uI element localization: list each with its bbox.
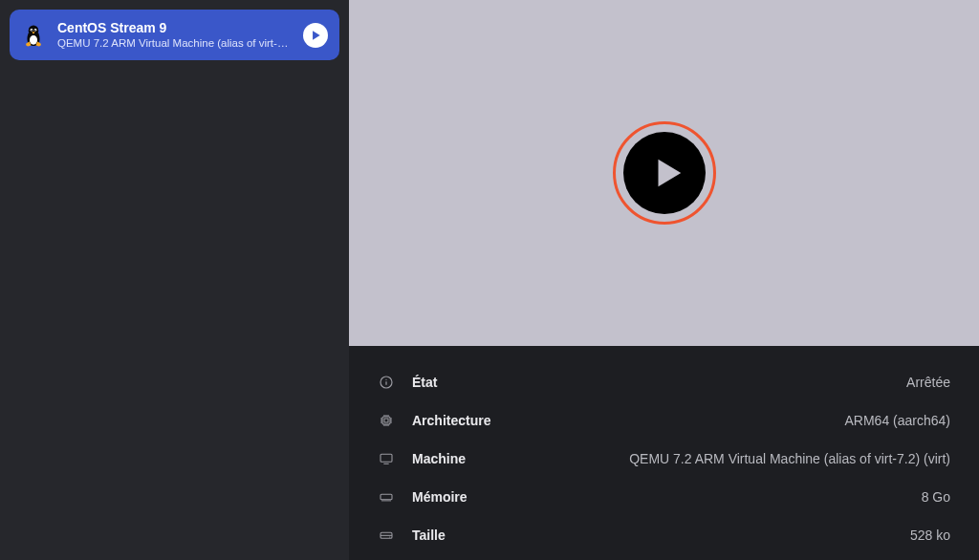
detail-row-size: Taille 528 ko <box>378 516 950 554</box>
start-vm-button[interactable] <box>613 121 716 225</box>
svg-point-1 <box>30 35 37 45</box>
vm-preview-area <box>349 0 979 346</box>
info-icon <box>378 374 395 391</box>
detail-row-status: État Arrêtée <box>378 363 950 401</box>
detail-label: Architecture <box>412 413 490 428</box>
svg-rect-10 <box>384 419 388 422</box>
detail-label: État <box>412 375 437 390</box>
detail-value: Arrêtée <box>906 375 950 390</box>
vm-play-button[interactable] <box>303 23 328 48</box>
svg-rect-23 <box>381 454 392 462</box>
detail-value: 8 Go <box>922 489 950 505</box>
detail-row-machine: Machine QEMU 7.2 ARM Virtual Machine (al… <box>378 440 950 478</box>
svg-rect-9 <box>382 417 390 424</box>
svg-rect-25 <box>381 494 392 499</box>
monitor-icon <box>378 450 395 467</box>
detail-value: 528 ko <box>910 528 950 543</box>
linux-penguin-icon <box>21 23 46 48</box>
svg-point-5 <box>34 29 35 30</box>
vm-subtitle: QEMU 7.2 ARM Virtual Machine (alias of v… <box>57 36 292 51</box>
detail-value: ARM64 (aarch64) <box>845 413 951 428</box>
sidebar: CentOS Stream 9 QEMU 7.2 ARM Virtual Mac… <box>0 0 349 560</box>
chip-icon <box>378 412 395 429</box>
play-icon <box>623 132 706 214</box>
detail-label: Machine <box>412 451 466 466</box>
detail-label: Mémoire <box>412 489 468 505</box>
main-panel: État Arrêtée Architecture <box>349 0 979 560</box>
detail-row-memory: Mémoire 8 Go <box>378 478 950 516</box>
detail-value: QEMU 7.2 ARM Virtual Machine (alias of v… <box>629 451 950 466</box>
svg-point-4 <box>32 29 33 30</box>
disk-icon <box>378 527 395 544</box>
svg-point-8 <box>385 379 386 380</box>
svg-point-33 <box>389 536 390 537</box>
vm-list-item[interactable]: CentOS Stream 9 QEMU 7.2 ARM Virtual Mac… <box>10 10 339 60</box>
vm-details: État Arrêtée Architecture <box>349 346 979 560</box>
vm-title: CentOS Stream 9 <box>57 19 292 36</box>
detail-row-architecture: Architecture ARM64 (aarch64) <box>378 401 950 440</box>
memory-icon <box>378 488 395 506</box>
detail-label: Taille <box>412 528 446 543</box>
